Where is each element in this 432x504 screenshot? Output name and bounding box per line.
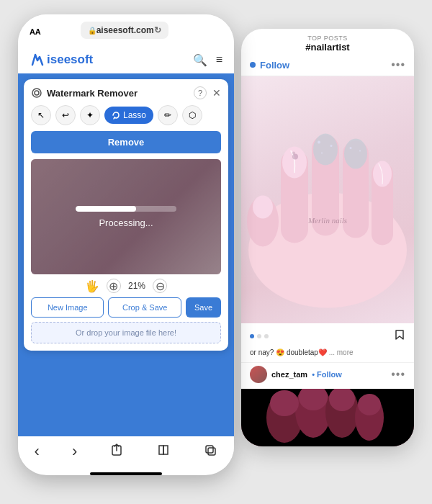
- ig-avatar: [250, 366, 267, 383]
- close-icon[interactable]: ✕: [212, 87, 221, 99]
- bookmark-svg: [394, 329, 405, 341]
- crop-save-button[interactable]: Crop & Save: [108, 297, 181, 318]
- svg-point-30: [253, 196, 273, 219]
- svg-point-18: [318, 141, 320, 144]
- toolbar: ↖ ↩ ✦ Lasso ✏ ⬡: [31, 105, 221, 125]
- tool-window: Watermark Remover ? ✕ ↖ ↩ ✦: [24, 79, 228, 351]
- carousel-dot-2: [257, 334, 261, 338]
- image-preview: Processing...: [31, 159, 221, 274]
- scene: AA 🔒 aiseesoft.com ↻ iseesoft 🔍 ≡: [7, 7, 425, 497]
- follow-dot: [250, 62, 256, 68]
- carousel-dot-3: [264, 334, 269, 338]
- reload-icon[interactable]: ↻: [154, 25, 161, 35]
- watermark-text: Merlin nails: [308, 216, 347, 225]
- help-icon[interactable]: ?: [194, 86, 207, 99]
- ig-top-bar: TOP POSTS #nailartist: [241, 29, 414, 55]
- book-icon: [156, 443, 171, 457]
- ig-caption: or nay? 😍 doubletap❤️ ... more: [241, 346, 414, 362]
- pointer-tool[interactable]: ↖: [31, 105, 51, 125]
- svg-point-23: [350, 147, 352, 149]
- left-phone: AA 🔒 aiseesoft.com ↻ iseesoft 🔍 ≡: [18, 14, 234, 475]
- progress-bar-fill: [76, 206, 136, 212]
- zoom-out-icon[interactable]: ⊕: [107, 279, 121, 293]
- lock-icon: 🔒: [88, 27, 96, 35]
- zoom-controls: 🖐 ⊕ 21% ⊖: [31, 279, 221, 293]
- top-posts-label: TOP POSTS: [250, 35, 405, 42]
- address-bar[interactable]: 🔒 aiseesoft.com ↻: [81, 22, 168, 39]
- svg-point-39: [358, 394, 381, 415]
- svg-point-22: [344, 139, 367, 169]
- zoom-in-icon[interactable]: ⊖: [153, 279, 167, 293]
- watermark-icon: [31, 87, 42, 99]
- ig-bottom-section: or nay? 😍 doubletap❤️ ... more chez_tam …: [241, 323, 414, 389]
- app-content: Watermark Remover ? ✕ ↖ ↩ ✦: [18, 73, 234, 436]
- logo-text: iseesoft: [47, 53, 93, 67]
- menu-icon[interactable]: ≡: [216, 53, 222, 66]
- nav-tabs[interactable]: [203, 443, 217, 461]
- address-text: aiseesoft.com: [96, 25, 154, 35]
- eraser-tool[interactable]: ⬡: [182, 105, 202, 125]
- ig-dots-row: [241, 323, 414, 346]
- follow-button[interactable]: Follow: [260, 60, 289, 71]
- home-indicator: [90, 472, 162, 475]
- ig-second-image: [241, 389, 414, 446]
- svg-point-0: [32, 89, 41, 97]
- logo-icon: [30, 52, 45, 68]
- drop-zone: Or drop your image file here!: [31, 322, 221, 343]
- tool-title: Watermark Remover: [47, 88, 138, 99]
- progress-bar-container: [76, 206, 176, 212]
- nav-book[interactable]: [156, 443, 171, 461]
- caption-more[interactable]: ... more: [329, 348, 354, 356]
- status-bar: AA 🔒 aiseesoft.com ↻: [18, 14, 234, 46]
- nav-back[interactable]: ‹: [35, 442, 40, 461]
- ig-follow-small[interactable]: • Follow: [312, 370, 342, 379]
- share-icon: [109, 443, 124, 457]
- status-time: AA: [30, 27, 40, 36]
- ig-main-image: Merlin nails: [241, 76, 414, 323]
- svg-point-19: [330, 145, 333, 147]
- ig-nail-art-svg: [241, 76, 414, 323]
- hashtag: #nailartist: [250, 42, 405, 53]
- zoom-level: 21%: [128, 281, 145, 291]
- svg-point-27: [292, 154, 298, 160]
- app-header: iseesoft 🔍 ≡: [18, 46, 234, 73]
- svg-rect-12: [208, 448, 215, 455]
- new-image-button[interactable]: New Image: [31, 297, 104, 318]
- save-button[interactable]: Save: [186, 297, 221, 318]
- caption-text: or nay? 😍 doubletap❤️: [250, 348, 327, 356]
- bookmark-icon[interactable]: [394, 329, 405, 343]
- drop-text: Or drop your image file here!: [76, 328, 176, 337]
- lasso-label: Lasso: [123, 110, 146, 120]
- svg-point-24: [359, 150, 361, 152]
- carousel-dots: [250, 334, 269, 338]
- tool-actions: ? ✕: [194, 86, 221, 99]
- nav-share[interactable]: [109, 443, 124, 461]
- hand-icon[interactable]: 🖐: [85, 279, 99, 293]
- header-icons: 🔍 ≡: [193, 53, 222, 67]
- ig-second-nail-svg: [241, 389, 414, 446]
- star-tool[interactable]: ✦: [80, 105, 100, 125]
- more-options-icon[interactable]: •••: [391, 58, 405, 71]
- ig-username-left: chez_tam • Follow: [250, 366, 342, 383]
- lasso-icon: [112, 111, 120, 120]
- pen-tool[interactable]: ✏: [158, 105, 178, 125]
- processing-text: Processing...: [99, 217, 153, 228]
- svg-point-17: [313, 134, 338, 166]
- phone-nav: ‹ ›: [18, 436, 234, 469]
- lasso-tool[interactable]: Lasso: [104, 107, 153, 124]
- right-phone: TOP POSTS #nailartist Follow •••: [241, 29, 414, 446]
- search-icon[interactable]: 🔍: [193, 53, 207, 67]
- svg-point-1: [35, 91, 39, 95]
- remove-button[interactable]: Remove: [31, 131, 221, 153]
- tabs-icon: [203, 443, 217, 457]
- ig-username[interactable]: chez_tam: [271, 370, 307, 379]
- tool-title-row: Watermark Remover: [31, 87, 138, 99]
- processing-overlay: Processing...: [31, 159, 221, 274]
- carousel-dot-1: [250, 334, 254, 338]
- app-logo: iseesoft: [30, 52, 93, 68]
- nav-forward[interactable]: ›: [72, 442, 77, 461]
- ig-more-dots-2[interactable]: •••: [391, 368, 405, 381]
- tool-window-header: Watermark Remover ? ✕: [31, 86, 221, 99]
- svg-point-28: [292, 152, 295, 155]
- back-tool[interactable]: ↩: [55, 105, 76, 125]
